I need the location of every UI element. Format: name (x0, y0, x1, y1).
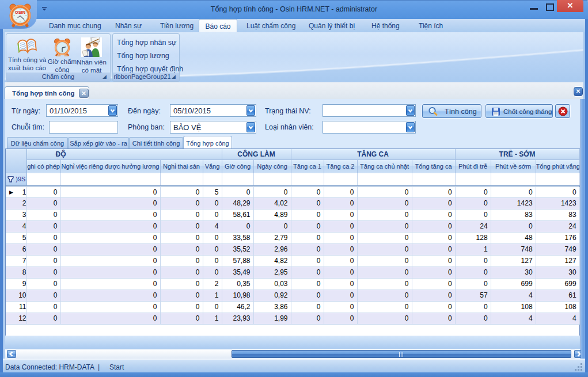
svg-text:OSIN: OSIN (15, 10, 25, 15)
